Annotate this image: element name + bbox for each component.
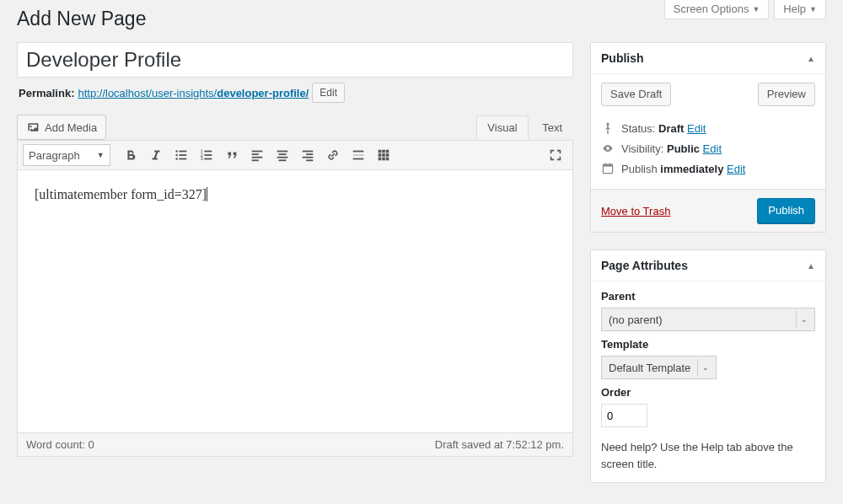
tab-text[interactable]: Text	[531, 115, 573, 140]
collapse-toggle[interactable]: ▲	[807, 54, 815, 63]
order-label: Order	[601, 386, 815, 399]
numbered-list-button[interactable]: 123	[195, 144, 218, 166]
svg-point-5	[175, 158, 177, 159]
screen-options-label: Screen Options	[674, 3, 749, 15]
publish-button[interactable]: Publish	[757, 198, 815, 223]
svg-rect-32	[382, 153, 385, 157]
tab-visual[interactable]: Visual	[476, 115, 528, 140]
content-editor[interactable]: [ultimatemember form_id=327]	[17, 170, 573, 433]
permalink-link[interactable]: http://localhost/user-insights/developer…	[78, 87, 309, 99]
attributes-help-text: Need help? Use the Help tab above the sc…	[601, 439, 815, 472]
svg-rect-23	[302, 157, 313, 158]
parent-select[interactable]: (no parent) ⌄	[601, 308, 815, 331]
publish-heading: Publish	[601, 51, 644, 65]
publish-metabox: Publish ▲ Save Draft Preview Status: Dra…	[590, 42, 826, 233]
svg-rect-25	[352, 151, 363, 153]
editor-status-bar: Word count: 0 Draft saved at 7:52:12 pm.	[17, 433, 573, 457]
link-button[interactable]	[321, 144, 345, 166]
svg-rect-16	[251, 159, 258, 161]
svg-rect-33	[385, 153, 389, 157]
pin-icon	[601, 121, 615, 135]
svg-rect-24	[306, 159, 313, 161]
svg-rect-4	[179, 154, 186, 156]
permalink-row: Permalink: http://localhost/user-insight…	[19, 83, 573, 103]
editor-toolbar: Paragraph ▼ 123	[17, 140, 573, 170]
svg-rect-35	[382, 158, 385, 161]
svg-rect-36	[385, 158, 389, 161]
help-label: Help	[783, 3, 806, 15]
chevron-down-icon: ▼	[809, 5, 817, 13]
align-center-button[interactable]	[271, 144, 294, 166]
svg-rect-17	[277, 151, 287, 153]
eye-icon	[601, 142, 615, 155]
permalink-label: Permalink:	[19, 87, 74, 99]
bold-button[interactable]	[119, 144, 142, 166]
fullscreen-button[interactable]	[544, 144, 567, 166]
toolbar-toggle-button[interactable]	[372, 144, 395, 166]
align-left-button[interactable]	[245, 144, 269, 166]
screen-options-toggle[interactable]: Screen Options ▼	[664, 0, 770, 19]
svg-rect-10	[204, 154, 212, 156]
page-attributes-metabox: Page Attributes ▲ Parent (no parent) ⌄ T…	[590, 249, 826, 483]
media-icon	[26, 121, 40, 134]
svg-text:3: 3	[200, 156, 202, 161]
chevron-down-icon: ⌄	[697, 359, 712, 376]
svg-rect-6	[179, 158, 186, 160]
svg-rect-22	[306, 153, 313, 155]
template-label: Template	[601, 338, 815, 351]
parent-label: Parent	[601, 290, 815, 303]
move-to-trash-link[interactable]: Move to Trash	[601, 205, 670, 217]
svg-rect-18	[278, 153, 286, 155]
svg-rect-26	[352, 154, 363, 156]
align-right-button[interactable]	[296, 144, 319, 166]
svg-rect-20	[278, 159, 286, 161]
autosave-message: Draft saved at 7:52:12 pm.	[435, 438, 564, 451]
text-cursor	[207, 187, 207, 201]
edit-status-link[interactable]: Edit	[687, 122, 706, 135]
svg-rect-8	[204, 151, 212, 153]
chevron-down-icon: ▼	[97, 151, 105, 159]
svg-rect-19	[277, 157, 287, 158]
svg-rect-21	[302, 151, 313, 153]
svg-rect-39	[605, 164, 607, 165]
svg-rect-12	[204, 158, 212, 160]
svg-rect-40	[609, 164, 611, 165]
attributes-heading: Page Attributes	[601, 259, 688, 272]
chevron-down-icon: ⌄	[796, 311, 811, 328]
readmore-button[interactable]	[346, 144, 370, 166]
italic-button[interactable]	[144, 144, 168, 166]
bullet-list-button[interactable]	[169, 144, 193, 166]
order-input[interactable]	[601, 404, 647, 427]
template-select[interactable]: Default Template ⌄	[601, 356, 717, 379]
collapse-toggle[interactable]: ▲	[807, 261, 815, 271]
svg-rect-29	[382, 150, 385, 153]
preview-button[interactable]: Preview	[758, 83, 815, 106]
svg-rect-13	[251, 151, 262, 153]
chevron-down-icon: ▼	[752, 5, 760, 13]
quote-button[interactable]	[220, 144, 244, 166]
calendar-icon	[601, 162, 615, 175]
svg-point-0	[30, 126, 31, 127]
editor-tabs: Visual Text	[476, 115, 573, 140]
svg-rect-2	[179, 151, 186, 153]
svg-rect-30	[385, 150, 389, 153]
edit-permalink-button[interactable]: Edit	[312, 83, 345, 103]
svg-point-1	[175, 150, 177, 152]
add-media-button[interactable]: Add Media	[17, 115, 106, 140]
svg-rect-34	[378, 158, 381, 161]
save-draft-button[interactable]: Save Draft	[601, 83, 671, 106]
page-title-input[interactable]	[17, 42, 573, 78]
edit-visibility-link[interactable]: Edit	[703, 142, 722, 155]
svg-rect-14	[251, 153, 258, 155]
svg-rect-38	[603, 164, 612, 166]
svg-rect-28	[378, 150, 381, 153]
svg-point-3	[175, 154, 177, 156]
format-select[interactable]: Paragraph ▼	[23, 144, 110, 166]
edit-schedule-link[interactable]: Edit	[727, 163, 745, 175]
svg-rect-15	[251, 157, 262, 158]
svg-rect-31	[378, 153, 381, 157]
help-toggle[interactable]: Help ▼	[774, 0, 826, 19]
svg-rect-27	[352, 158, 363, 160]
